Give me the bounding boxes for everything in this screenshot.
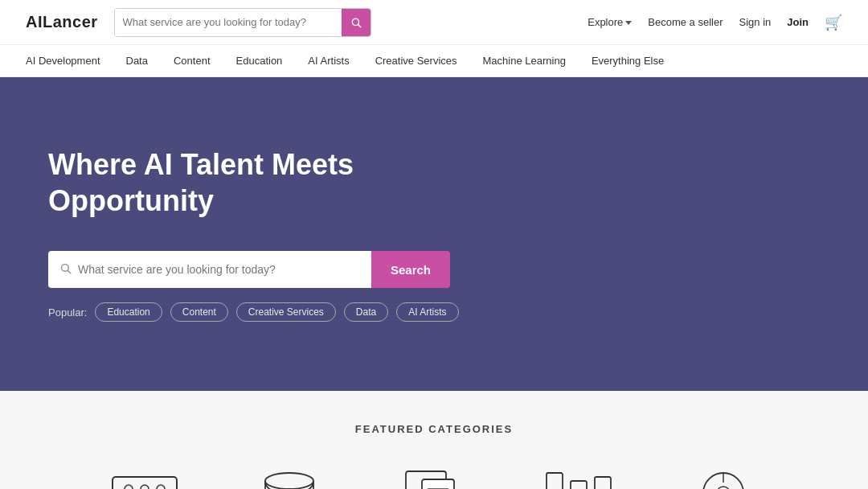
- join-nav-item[interactable]: Join: [787, 16, 809, 28]
- header-search-button[interactable]: [342, 8, 371, 37]
- machine-learning-icon: [530, 461, 627, 489]
- svg-point-5: [125, 485, 133, 489]
- svg-rect-20: [547, 473, 563, 489]
- data-icon: [241, 461, 338, 489]
- header-nav: Explore Become a seller Sign in Join 🛒: [588, 14, 842, 31]
- category-item-data[interactable]: [217, 461, 362, 489]
- header: AILancer Explore Become a seller Sign in…: [0, 0, 868, 45]
- featured-categories-section: FEATURED CATEGORIES: [0, 391, 868, 489]
- explore-nav-item[interactable]: Explore: [588, 16, 632, 28]
- hero-search-icon: [59, 262, 72, 277]
- svg-rect-21: [571, 481, 587, 489]
- featured-categories-title: FEATURED CATEGORIES: [26, 423, 842, 435]
- popular-tag-creative-services[interactable]: Creative Services: [236, 302, 336, 322]
- navbar-item-creative-services[interactable]: Creative Services: [375, 55, 457, 67]
- navbar-item-ai-artists[interactable]: AI Artists: [308, 55, 349, 67]
- navbar-item-content[interactable]: Content: [174, 55, 211, 67]
- category-item-machine-learning[interactable]: [506, 461, 651, 489]
- hero-title: Where AI Talent Meets Opportunity: [48, 146, 370, 219]
- hero-search-input[interactable]: [78, 263, 360, 276]
- hero-section: Where AI Talent Meets Opportunity Search…: [0, 77, 868, 391]
- svg-point-7: [157, 485, 165, 489]
- category-nav-bar: AI Development Data Content Education AI…: [0, 45, 868, 77]
- svg-point-12: [265, 473, 313, 489]
- header-search-input[interactable]: [115, 9, 342, 36]
- svg-rect-16: [422, 479, 454, 489]
- categories-row: [26, 461, 842, 489]
- svg-rect-22: [595, 477, 611, 489]
- hero-search-form: Search: [48, 251, 450, 288]
- navbar-item-education[interactable]: Education: [236, 55, 283, 67]
- cart-icon[interactable]: 🛒: [825, 14, 842, 31]
- become-seller-nav-item[interactable]: Become a seller: [648, 16, 723, 28]
- chevron-down-icon: [625, 21, 632, 25]
- navbar-item-everything-else[interactable]: Everything Else: [592, 55, 664, 67]
- popular-tag-education[interactable]: Education: [95, 302, 162, 322]
- svg-line-3: [68, 270, 70, 273]
- hero-search-button[interactable]: Search: [371, 251, 450, 288]
- category-item-content[interactable]: [362, 461, 506, 489]
- category-item-creative-services[interactable]: [651, 461, 796, 489]
- navbar-item-machine-learning[interactable]: Machine Learning: [483, 55, 566, 67]
- sign-in-nav-item[interactable]: Sign in: [739, 16, 772, 28]
- ai-development-icon: [96, 461, 193, 489]
- category-item-ai-development[interactable]: [72, 461, 217, 489]
- content-icon: [386, 461, 482, 489]
- popular-label: Popular:: [48, 306, 87, 318]
- popular-tags-row: Popular: Education Content Creative Serv…: [48, 302, 820, 322]
- svg-line-1: [358, 24, 360, 27]
- svg-point-6: [141, 485, 149, 489]
- popular-tag-ai-artists[interactable]: AI Artists: [396, 302, 458, 322]
- svg-rect-4: [113, 477, 177, 489]
- navbar-item-ai-development[interactable]: AI Development: [26, 55, 100, 67]
- hero-search-box[interactable]: [48, 251, 371, 288]
- creative-services-icon: [675, 461, 772, 489]
- navbar-item-data[interactable]: Data: [126, 55, 148, 67]
- logo[interactable]: AILancer: [26, 13, 98, 31]
- header-search-form[interactable]: [114, 8, 371, 37]
- search-icon: [350, 17, 362, 28]
- popular-tag-content[interactable]: Content: [170, 302, 228, 322]
- popular-tag-data[interactable]: Data: [344, 302, 388, 322]
